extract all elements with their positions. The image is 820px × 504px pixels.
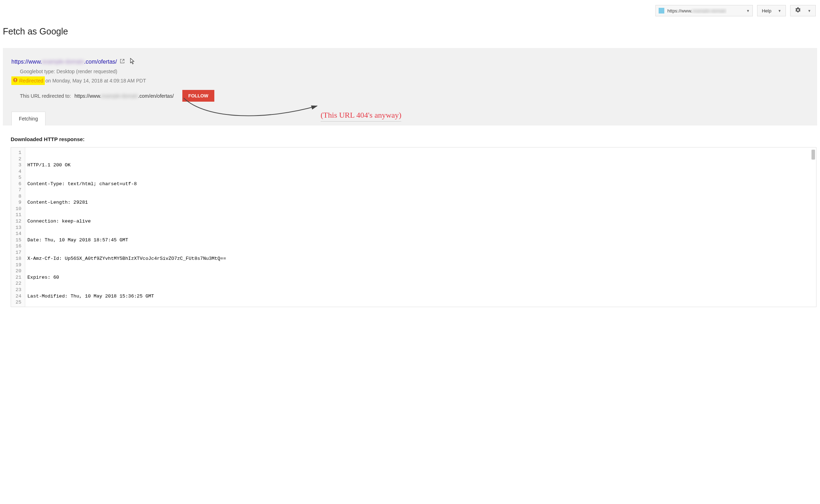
annotation-arrow-icon <box>178 95 324 124</box>
status-timestamp: on Monday, May 14, 2018 at 4:09:18 AM PD… <box>45 78 146 84</box>
page-title: Fetch as Google <box>3 26 820 37</box>
cursor-icon <box>130 58 135 66</box>
tab-strip: Fetching <box>11 112 809 125</box>
status-word: Redirected <box>19 78 43 84</box>
help-label: Help <box>762 8 771 14</box>
redirected-highlight: Redirected <box>11 76 45 85</box>
svg-rect-1 <box>15 79 16 80</box>
tab-fetching[interactable]: Fetching <box>11 112 45 125</box>
response-heading: Downloaded HTTP response: <box>11 136 820 142</box>
gear-icon <box>795 7 801 15</box>
redirect-row: This URL redirected to: https://www.exam… <box>20 90 809 102</box>
site-url: https://www.example-domain <box>667 8 726 14</box>
fetched-url-link[interactable]: https://www.example-domain.com/ofertas/ <box>11 59 117 65</box>
redirect-target: https://www.example-domain.com/en/oferta… <box>74 93 173 99</box>
status-row: Redirected on Monday, May 14, 2018 at 4:… <box>11 76 809 85</box>
external-link-icon[interactable] <box>120 59 125 65</box>
line-number-gutter: 1234567891011121314151617181920212223242… <box>11 148 25 307</box>
site-favicon <box>659 8 664 14</box>
googlebot-type: Googlebot type: Desktop (render requeste… <box>20 69 809 74</box>
warning-icon <box>13 77 18 84</box>
info-panel: https://www.example-domain.com/ofertas/ … <box>3 48 817 125</box>
top-bar: https://www.example-domain ▼ Help ▼ ▼ <box>0 0 820 16</box>
site-selector[interactable]: https://www.example-domain ▼ <box>655 5 753 16</box>
scrollbar-thumb[interactable] <box>811 150 815 160</box>
chevron-down-icon: ▼ <box>808 9 811 13</box>
chevron-down-icon: ▼ <box>746 9 750 13</box>
fetched-url-row: https://www.example-domain.com/ofertas/ <box>11 58 809 66</box>
redirect-label: This URL redirected to: <box>20 93 71 99</box>
chevron-down-icon: ▼ <box>778 9 781 13</box>
http-response-viewer: 1234567891011121314151617181920212223242… <box>11 147 816 307</box>
svg-rect-2 <box>15 81 16 81</box>
code-content[interactable]: HTTP/1.1 200 OK Content-Type: text/html;… <box>25 148 816 307</box>
annotation-note: (This URL 404's anyway) <box>321 111 401 122</box>
settings-dropdown[interactable]: ▼ <box>790 5 816 16</box>
help-dropdown[interactable]: Help ▼ <box>757 5 786 16</box>
